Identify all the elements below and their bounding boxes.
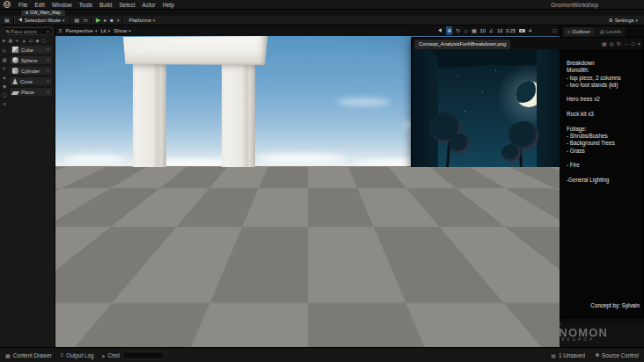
editor-mode-dropdown[interactable]: Selection Mode ▾: [18, 18, 67, 23]
y-axis: [68, 333, 76, 337]
blueprints-icon[interactable]: ▤: [75, 16, 80, 25]
reimport-icon[interactable]: ↻: [617, 40, 621, 49]
place-actor-item[interactable]: Cone Cone ≡: [9, 76, 53, 86]
select-tool-icon[interactable]: [438, 28, 443, 33]
levels-icon: ▤: [600, 27, 604, 37]
menu-item[interactable]: Window: [48, 0, 76, 10]
search-input[interactable]: [11, 29, 45, 34]
output-log-button[interactable]: ≡ Output Log: [61, 352, 94, 358]
frame-skip-button[interactable]: ▸: [104, 16, 106, 25]
clear-search-icon[interactable]: ×: [47, 29, 49, 34]
content-drawer-button[interactable]: ▦ Content Drawer: [5, 352, 52, 358]
levels-tab-label: Levels: [606, 27, 621, 37]
shapes-category-icon[interactable]: ▲: [22, 38, 26, 43]
menu-items: FileEditWindowToolsBuildSelectActorHelp: [15, 0, 178, 10]
place-actors-search[interactable]: ×: [2, 27, 53, 35]
save-all-icon[interactable]: ▤: [4, 16, 10, 25]
menu-item[interactable]: Edit: [31, 0, 48, 10]
breakdown-lines: BreakdownMonolith:- top piece, 2 columns…: [567, 60, 643, 184]
geometry-icon[interactable]: ◆: [3, 83, 6, 89]
transform-snap-cluster: ⊕ ↻ ◇ ▦ 10 ∠ 10 0.25 4: [439, 26, 531, 35]
close-window-icon[interactable]: ×: [637, 40, 640, 49]
move-tool-icon[interactable]: ⊕: [446, 26, 452, 35]
monolith-left-column: [133, 63, 166, 222]
unsaved-label: 1 Unsaved: [559, 352, 585, 358]
rotate-tool-icon[interactable]: ↻: [456, 26, 460, 35]
volumes-icon[interactable]: ▢: [2, 92, 6, 98]
stop-button[interactable]: ■: [110, 16, 113, 25]
level-tab[interactable]: GW_Main_Map: [21, 10, 65, 16]
image-viewer-tab[interactable]: Concept_AnalysisForABreakdown.png: [414, 40, 510, 49]
camera-dropdown[interactable]: Perspective ▾: [66, 28, 98, 33]
play-button[interactable]: ▶: [96, 16, 100, 25]
platforms-dropdown[interactable]: Platforms ▾: [127, 18, 157, 23]
menu-item[interactable]: File: [15, 0, 31, 10]
settings-dropdown[interactable]: ⚙ Settings ▾: [606, 16, 640, 25]
scale-snap-value[interactable]: 0.25: [506, 28, 516, 33]
place-actor-item[interactable]: Cylinder Cylinder ≡: [9, 66, 53, 76]
cloud: [337, 98, 390, 106]
float-window-icon[interactable]: □: [632, 40, 635, 49]
menu-item[interactable]: Actor: [139, 0, 159, 10]
all-classes-icon[interactable]: ≡: [3, 101, 5, 106]
shape-label: Cube: [21, 47, 44, 53]
place-actor-item[interactable]: Sphere Sphere ≡: [9, 55, 53, 65]
shape-thumbnail-icon: [11, 91, 19, 95]
tab-outliner[interactable]: ≡ Outliner: [563, 27, 595, 37]
annotation-arrow: [484, 201, 559, 203]
place-actor-item[interactable]: Plane Plane ≡: [9, 87, 53, 97]
recent-icon[interactable]: ↻: [3, 48, 7, 54]
unreal-editor-window: U FileEditWindowToolsBuildSelectActorHel…: [0, 0, 644, 362]
right-tree-mass: [537, 49, 560, 234]
basic-icon[interactable]: ▦: [2, 57, 6, 62]
mannequin-actor[interactable]: [266, 188, 292, 272]
shape-thumbnail-icon: [12, 68, 18, 74]
view-mode-dropdown[interactable]: Lit ▾: [100, 28, 110, 33]
volumes-category-icon[interactable]: ▢: [41, 38, 46, 43]
mannequin-foot: [272, 266, 279, 270]
grid-snap-icon[interactable]: ▦: [472, 26, 477, 35]
breakdown-line: -General Lighting: [567, 177, 643, 184]
lights-icon[interactable]: ☀: [3, 66, 7, 71]
gnomon-logo-icon: [526, 323, 545, 342]
mannequin-torso: [272, 196, 285, 221]
unsaved-status-button[interactable]: ▤ 1 Unsaved: [551, 352, 585, 358]
rotation-snap-value[interactable]: 10: [497, 28, 502, 33]
place-actor-items: Cube Cube ≡ Sphere Sphere ≡ Cylinder: [9, 45, 55, 106]
camera-speed-icon[interactable]: [519, 29, 525, 33]
menu-item[interactable]: Tools: [76, 0, 96, 10]
rotation-snap-icon[interactable]: ∠: [489, 26, 494, 35]
grid-snap-value[interactable]: 10: [480, 28, 486, 33]
viewport-options-icon[interactable]: ≡: [59, 26, 62, 35]
lights-category-icon[interactable]: ☀: [15, 38, 18, 43]
grip-icon: ≡: [47, 58, 49, 62]
unreal-logo-icon[interactable]: U: [4, 1, 11, 8]
concept-art-image[interactable]: · · · · · · · · · · · ·: [412, 49, 560, 317]
cinematic-category-icon[interactable]: ▭: [29, 38, 33, 43]
show-dropdown[interactable]: Show ▾: [113, 28, 131, 33]
place-actor-item[interactable]: Cube Cube ≡: [9, 45, 53, 54]
menu-item[interactable]: Build: [96, 0, 115, 10]
cloud: [64, 156, 126, 163]
geometry-category-icon[interactable]: ◆: [35, 38, 39, 43]
recently-placed-icon[interactable]: ★: [2, 38, 5, 43]
camera-speed-value[interactable]: 4: [529, 28, 531, 33]
scale-tool-icon[interactable]: ◇: [464, 26, 468, 35]
menu-item[interactable]: Select: [115, 0, 138, 10]
breakdown-line: Foliage:: [567, 126, 643, 133]
more-options-icon[interactable]: ⋯: [624, 40, 629, 49]
monolith-right-column: [222, 63, 255, 218]
shapes-icon[interactable]: ▲: [2, 75, 6, 80]
tab-levels[interactable]: ▤ Levels: [596, 27, 626, 37]
save-asset-icon[interactable]: ▤: [602, 40, 607, 49]
source-control-button[interactable]: Source Control: [596, 352, 639, 358]
console-prompt-icon: ▸: [102, 352, 105, 358]
cinematics-icon[interactable]: ▭: [83, 16, 88, 25]
basic-category-icon[interactable]: ▦: [8, 38, 12, 43]
menu-item[interactable]: Help: [159, 0, 178, 10]
console-command-input[interactable]: [122, 351, 165, 359]
editor-mode-label: Selection Mode: [25, 18, 61, 23]
locate-in-browser-icon[interactable]: ◎: [610, 40, 614, 49]
play-options-chevron-icon[interactable]: ▾: [117, 18, 120, 23]
maximize-viewport-icon[interactable]: □: [553, 25, 556, 36]
